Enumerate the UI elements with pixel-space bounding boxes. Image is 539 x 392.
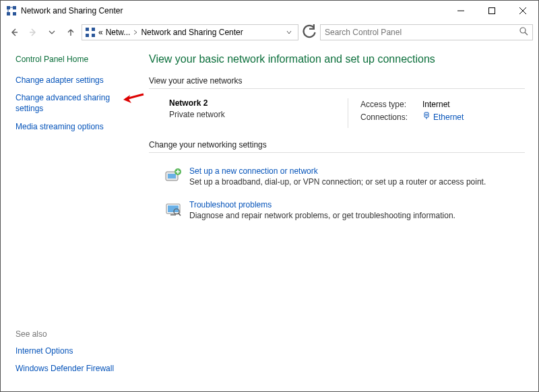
toolbar: « Netw... Network and Sharing Center	[1, 21, 538, 44]
connection-name: Ethernet	[433, 111, 464, 124]
svg-point-16	[520, 28, 526, 33]
task-troubleshoot-link[interactable]: Troubleshoot problems	[189, 200, 455, 209]
refresh-button[interactable]	[301, 24, 317, 40]
task-new-connection-link[interactable]: Set up a new connection or network	[189, 166, 486, 176]
back-button[interactable]	[6, 24, 22, 40]
search-icon	[519, 27, 528, 38]
task-new-connection-desc: Set up a broadband, dial-up, or VPN conn…	[189, 177, 486, 187]
svg-rect-29	[170, 214, 176, 216]
maximize-button[interactable]	[476, 1, 507, 21]
svg-rect-15	[92, 34, 95, 37]
access-type-label: Access type:	[360, 98, 416, 111]
change-settings-heading: Change your networking settings	[149, 140, 525, 153]
task-troubleshoot-desc: Diagnose and repair network problems, or…	[189, 211, 455, 220]
network-details: Access type: Internet Connections: Ether…	[360, 98, 464, 128]
network-name: Network 2	[169, 98, 348, 108]
control-panel-icon	[85, 27, 96, 38]
svg-rect-3	[13, 12, 16, 15]
active-networks-heading: View your active networks	[149, 76, 525, 89]
window-frame: Network and Sharing Center	[0, 0, 539, 392]
new-connection-icon	[164, 166, 183, 185]
sidebar: Control Panel Home Change adapter settin…	[1, 44, 142, 391]
troubleshoot-icon	[164, 200, 183, 219]
svg-line-31	[179, 214, 181, 216]
search-box[interactable]	[320, 24, 533, 40]
svg-rect-13	[92, 28, 95, 31]
network-identity: Network 2 Private network	[169, 98, 348, 128]
connections-label: Connections:	[360, 111, 416, 124]
breadcrumb-item-2[interactable]: Network and Sharing Center	[141, 28, 243, 37]
sidebar-link-advanced-sharing[interactable]: Change advanced sharing settings	[15, 92, 126, 114]
main-content: View your basic network information and …	[142, 44, 538, 391]
svg-rect-7	[489, 8, 495, 14]
control-panel-home-link[interactable]: Control Panel Home	[15, 55, 134, 64]
breadcrumb-root-abbrev: «	[98, 28, 103, 37]
network-type: Private network	[169, 110, 348, 119]
breadcrumb-item-1-label: Netw...	[106, 28, 131, 37]
ethernet-icon	[422, 111, 431, 124]
sidebar-link-adapter-settings[interactable]: Change adapter settings	[15, 75, 126, 86]
breadcrumb-root[interactable]: «	[98, 28, 103, 37]
window-title: Network and Sharing Center	[21, 6, 123, 15]
svg-rect-12	[86, 28, 89, 31]
breadcrumb-item-1[interactable]: Netw...	[106, 28, 139, 37]
app-icon	[6, 5, 17, 16]
vertical-divider	[348, 98, 348, 128]
active-network-row: Network 2 Private network Access type: I…	[149, 98, 525, 140]
svg-line-17	[525, 32, 528, 35]
address-bar[interactable]: « Netw... Network and Sharing Center	[82, 24, 298, 40]
address-dropdown-button[interactable]	[283, 29, 295, 36]
svg-rect-1	[13, 6, 16, 9]
task-troubleshoot: Troubleshoot problems Diagnose and repai…	[149, 196, 525, 230]
svg-rect-0	[7, 6, 10, 9]
breadcrumb-item-2-label: Network and Sharing Center	[141, 28, 243, 37]
forward-button[interactable]	[25, 24, 41, 40]
svg-rect-2	[7, 12, 10, 15]
sidebar-link-firewall[interactable]: Windows Defender Firewall	[15, 363, 126, 374]
recent-locations-button[interactable]	[44, 24, 60, 40]
see-also-label: See also	[15, 329, 134, 339]
see-also-section: See also Internet Options Windows Defend…	[15, 329, 134, 383]
page-title: View your basic network information and …	[149, 53, 525, 65]
task-new-connection: Set up a new connection or network Set u…	[149, 162, 525, 196]
access-type-value: Internet	[422, 98, 450, 111]
chevron-right-icon	[133, 28, 138, 37]
svg-rect-14	[86, 34, 89, 37]
sidebar-link-media-streaming[interactable]: Media streaming options	[15, 121, 126, 132]
search-input[interactable]	[325, 28, 519, 37]
close-button[interactable]	[507, 1, 538, 21]
up-button[interactable]	[63, 24, 79, 40]
svg-rect-23	[168, 174, 176, 178]
svg-rect-18	[424, 112, 429, 117]
body: Control Panel Home Change adapter settin…	[1, 44, 538, 391]
titlebar: Network and Sharing Center	[1, 1, 538, 21]
annotation-arrow-icon	[122, 92, 145, 109]
connection-link[interactable]: Ethernet	[422, 111, 464, 124]
sidebar-link-internet-options[interactable]: Internet Options	[15, 346, 126, 356]
minimize-button[interactable]	[445, 1, 476, 21]
